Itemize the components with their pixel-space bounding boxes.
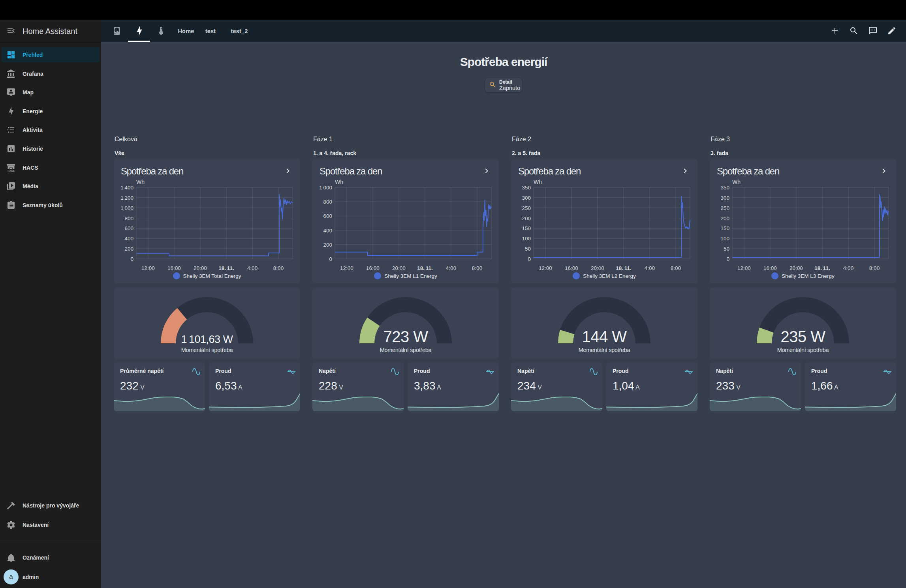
svg-text:50: 50: [724, 246, 729, 252]
svg-text:800: 800: [124, 215, 133, 221]
svg-text:0: 0: [726, 256, 729, 262]
svg-text:8:00: 8:00: [472, 265, 482, 271]
svg-text:1 000: 1 000: [319, 185, 332, 191]
svg-text:200: 200: [323, 242, 332, 248]
svg-text:Wh: Wh: [136, 179, 145, 185]
svg-text:200: 200: [522, 215, 531, 221]
svg-text:Wh: Wh: [534, 179, 542, 185]
svg-text:200: 200: [124, 246, 133, 252]
svg-text:150: 150: [522, 225, 531, 231]
svg-text:18. 11.: 18. 11.: [218, 265, 234, 271]
svg-text:200: 200: [720, 215, 729, 221]
svg-text:350: 350: [522, 185, 531, 191]
svg-text:50: 50: [525, 246, 531, 252]
svg-text:8:00: 8:00: [671, 265, 681, 271]
svg-text:Wh: Wh: [335, 179, 343, 185]
svg-text:250: 250: [522, 205, 531, 211]
svg-text:4:00: 4:00: [446, 265, 456, 271]
svg-text:20:00: 20:00: [194, 265, 207, 271]
svg-text:0: 0: [528, 256, 531, 262]
svg-text:350: 350: [720, 185, 729, 191]
svg-text:100: 100: [522, 236, 531, 242]
svg-text:300: 300: [522, 195, 531, 201]
svg-text:0: 0: [130, 256, 133, 262]
svg-text:16:00: 16:00: [366, 265, 380, 271]
svg-text:HACS: HACS: [8, 169, 15, 172]
svg-text:20:00: 20:00: [591, 265, 604, 271]
svg-text:0: 0: [329, 256, 332, 262]
svg-text:18. 11.: 18. 11.: [417, 265, 433, 271]
svg-text:4:00: 4:00: [645, 265, 655, 271]
svg-text:800: 800: [323, 199, 332, 205]
svg-text:18. 11.: 18. 11.: [616, 265, 632, 271]
svg-text:12:00: 12:00: [737, 265, 751, 271]
svg-text:600: 600: [323, 213, 332, 219]
svg-text:400: 400: [323, 228, 332, 234]
svg-text:Wh: Wh: [732, 179, 741, 185]
svg-text:300: 300: [720, 195, 729, 201]
svg-text:8:00: 8:00: [273, 265, 284, 271]
svg-text:16:00: 16:00: [565, 265, 578, 271]
svg-text:20:00: 20:00: [789, 265, 803, 271]
svg-text:400: 400: [124, 236, 133, 242]
svg-text:18. 11.: 18. 11.: [814, 265, 830, 271]
svg-text:12:00: 12:00: [141, 265, 155, 271]
svg-text:100: 100: [720, 236, 729, 242]
svg-text:4:00: 4:00: [843, 265, 853, 271]
svg-text:1 000: 1 000: [120, 205, 133, 211]
svg-text:16:00: 16:00: [167, 265, 181, 271]
svg-text:250: 250: [720, 205, 729, 211]
svg-text:16:00: 16:00: [763, 265, 777, 271]
svg-text:12:00: 12:00: [539, 265, 552, 271]
svg-text:8:00: 8:00: [869, 265, 880, 271]
svg-text:20:00: 20:00: [392, 265, 406, 271]
svg-text:12:00: 12:00: [340, 265, 353, 271]
svg-text:4:00: 4:00: [247, 265, 258, 271]
svg-text:600: 600: [124, 225, 133, 231]
svg-text:1 200: 1 200: [120, 195, 133, 201]
svg-text:1 400: 1 400: [120, 185, 133, 191]
svg-text:150: 150: [720, 225, 729, 231]
